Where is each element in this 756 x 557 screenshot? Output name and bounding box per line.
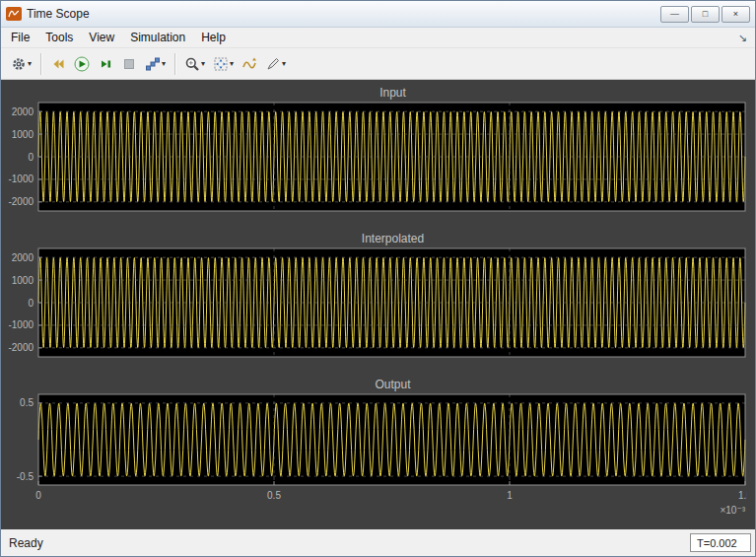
stepper-icon: [145, 56, 161, 72]
svg-text:-1000: -1000: [8, 319, 34, 330]
svg-text:×10⁻³: ×10⁻³: [720, 505, 745, 516]
status-text: Ready: [9, 536, 43, 550]
stop-button[interactable]: [117, 52, 141, 76]
svg-text:-2000: -2000: [8, 342, 34, 353]
minimize-button[interactable]: —: [660, 6, 689, 23]
fit-to-view-button[interactable]: ▾: [209, 52, 238, 76]
plot-title-input: Input: [1, 84, 747, 102]
dropdown-icon: ▾: [162, 60, 166, 68]
dock-icon[interactable]: ↘: [738, 32, 747, 44]
svg-text:1.5: 1.5: [738, 490, 747, 501]
svg-text:-0.5: -0.5: [17, 471, 34, 482]
output-plot: Output 0.5-0.500.511.5×10⁻³: [1, 376, 755, 523]
dropdown-icon: ▾: [201, 60, 205, 68]
input-plot: Input 200010000-1000-2000: [1, 84, 755, 216]
menu-view[interactable]: View: [81, 29, 122, 46]
step-back-icon: [50, 56, 66, 72]
toolbar: ▾: [1, 48, 755, 80]
output-plot-axes[interactable]: 0.5-0.500.511.5×10⁻³: [1, 393, 747, 520]
run-button[interactable]: [70, 52, 94, 76]
interpolated-plot: Interpolated 200010000-1000-2000: [1, 230, 755, 362]
menu-file[interactable]: File: [3, 29, 37, 46]
plot-title-interpolated: Interpolated: [1, 230, 747, 247]
svg-text:2000: 2000: [12, 106, 34, 117]
dropdown-icon: ▾: [28, 60, 32, 68]
title-bar[interactable]: Time Scope — □ ×: [1, 1, 755, 28]
minimize-icon: —: [670, 7, 679, 21]
stop-icon: [121, 56, 137, 72]
run-icon: [74, 56, 90, 72]
app-icon: [6, 7, 22, 21]
svg-text:-1000: -1000: [8, 174, 34, 184]
input-plot-axes[interactable]: 200010000-1000-2000: [1, 102, 747, 212]
dropdown-icon: ▾: [230, 60, 234, 68]
magnifier-icon: [184, 56, 200, 72]
step-forward-icon: [98, 56, 113, 72]
menu-help[interactable]: Help: [193, 29, 234, 46]
simulation-stepper-button[interactable]: ▾: [141, 52, 170, 76]
svg-text:0: 0: [28, 298, 34, 309]
measurements-icon: [265, 56, 281, 72]
scale-y-axis-icon: [241, 56, 257, 72]
svg-text:1: 1: [507, 490, 513, 501]
svg-text:1000: 1000: [12, 129, 34, 140]
svg-text:0.5: 0.5: [267, 490, 281, 501]
scale-y-axis-button[interactable]: [238, 52, 261, 76]
maximize-icon: □: [703, 7, 708, 21]
close-button[interactable]: ×: [722, 6, 750, 23]
maximize-button[interactable]: □: [691, 6, 720, 23]
svg-text:0: 0: [28, 152, 34, 163]
time-scope-window: Time Scope — □ × File Tools View Simulat…: [0, 0, 756, 557]
svg-text:1000: 1000: [12, 275, 34, 286]
zoom-button[interactable]: ▾: [180, 52, 209, 76]
fit-to-view-icon: [213, 56, 229, 72]
menu-bar: File Tools View Simulation Help ↘: [1, 28, 755, 48]
svg-text:0.5: 0.5: [20, 397, 34, 408]
svg-text:2000: 2000: [12, 252, 34, 263]
window-title: Time Scope: [27, 7, 658, 21]
plot-title-output: Output: [1, 376, 747, 393]
svg-text:-2000: -2000: [8, 196, 34, 207]
interpolated-plot-axes[interactable]: 200010000-1000-2000: [1, 247, 747, 358]
status-bar: Ready T=0.002: [1, 529, 755, 556]
step-forward-button[interactable]: [94, 52, 117, 76]
scope-display: Input 200010000-1000-2000 Interpolated 2…: [1, 80, 755, 529]
toolbar-separator: [174, 53, 175, 75]
gear-icon: [11, 56, 27, 72]
toolbar-separator: [40, 53, 41, 75]
svg-text:0: 0: [35, 490, 41, 501]
measurements-button[interactable]: ▾: [261, 52, 290, 76]
menu-simulation[interactable]: Simulation: [122, 29, 193, 46]
step-back-button[interactable]: [46, 52, 70, 76]
sim-time-readout: T=0.002: [690, 533, 751, 552]
scope-settings-button[interactable]: ▾: [7, 52, 35, 76]
dropdown-icon: ▾: [282, 60, 286, 68]
close-icon: ×: [733, 7, 738, 21]
menu-tools[interactable]: Tools: [37, 29, 81, 46]
